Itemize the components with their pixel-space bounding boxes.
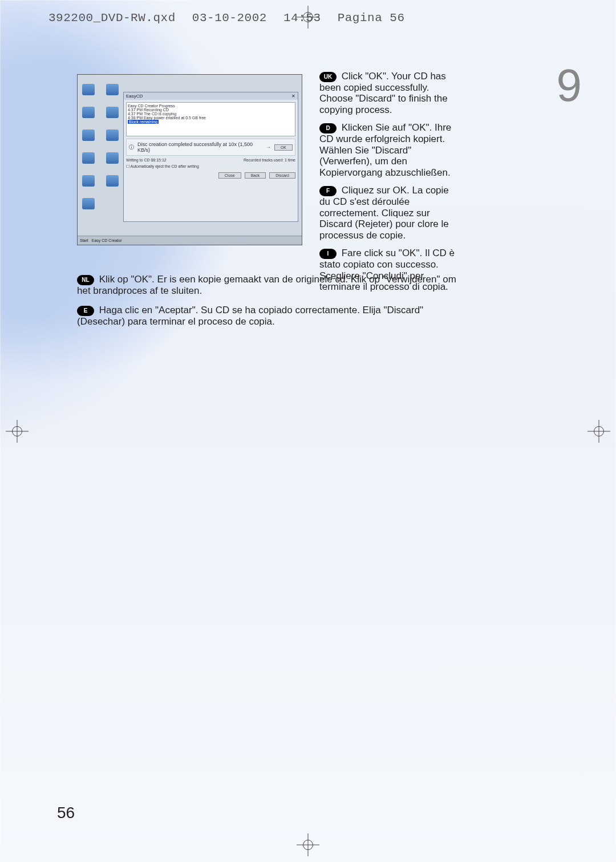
prepress-time: 14:53	[283, 11, 321, 25]
instruction-d-text: Klicken Sie auf "OK". Ihre CD wurde erfo…	[319, 122, 451, 177]
lang-badge-d: D	[319, 123, 337, 133]
step-number: 9	[557, 63, 582, 108]
instruction-f-text: Cliquez sur OK. La copie du CD s'est dér…	[319, 185, 449, 240]
window-titlebar: EasyCD ✕	[124, 92, 298, 100]
instruction-e: E Haga clic en "Aceptar". Su CD se ha co…	[77, 305, 465, 327]
instruction-f: F Cliquez sur OK. La copie du CD s'est d…	[319, 185, 462, 241]
instruction-e-text: Haga clic en "Aceptar". Su CD se ha copi…	[77, 305, 423, 327]
desktop-icon	[80, 144, 97, 165]
desktop-icon	[104, 99, 121, 119]
status-right: Recorded tracks used: 1 time	[244, 158, 295, 162]
desktop-icon	[104, 144, 121, 165]
list-item: Easy CD Creator Progress	[128, 104, 294, 108]
progress-text: Disc creation completed successfully at …	[137, 141, 262, 153]
desktop-icons	[80, 76, 125, 211]
prepress-date: 03-10-2002	[192, 11, 267, 25]
checkbox-icon[interactable]: ☐	[126, 164, 129, 168]
list-item: 4:37 PM Recording CD	[128, 108, 294, 112]
desktop-icon	[104, 76, 121, 96]
desktop-icon	[80, 190, 97, 211]
embedded-screenshot: EasyCD ✕ Easy CD Creator Progress 4:37 P…	[77, 74, 302, 245]
list-item: 4:38 PM Easy power enabled at 0.5 GB fre…	[128, 116, 294, 120]
lang-badge-i: I	[319, 249, 337, 259]
instruction-uk: UK Click "OK". Your CD has been copied s…	[319, 71, 462, 115]
back-button[interactable]: Back	[245, 172, 266, 179]
registration-mark-left	[6, 420, 29, 443]
lang-badge-f: F	[319, 186, 337, 196]
app-window: EasyCD ✕ Easy CD Creator Progress 4:37 P…	[123, 92, 298, 222]
desktop-icon	[80, 167, 97, 188]
desktop-icon	[80, 122, 97, 142]
taskbar-app: Easy CD Creator	[92, 238, 122, 242]
list-item: 4:37 PM The CD is copying	[128, 112, 294, 116]
instruction-uk-text: Click "OK". Your CD has been copied succ…	[319, 71, 448, 115]
prepress-filename: 392200_DVD-RW.qxd	[48, 11, 176, 25]
ok-button[interactable]: OK	[274, 144, 293, 151]
desktop-icon	[104, 167, 121, 188]
discard-button[interactable]: Discard	[269, 172, 295, 179]
prepress-header: 392200_DVD-RW.qxd 03-10-2002 14:53 Pagin…	[48, 11, 414, 25]
info-icon: ⓘ	[129, 144, 134, 151]
lang-badge-e: E	[77, 306, 94, 316]
list-item-selected: Block remaining	[128, 120, 159, 124]
taskbar: Start Easy CD Creator	[78, 236, 302, 245]
status-left: Writing to CD 08:15:12	[126, 158, 167, 162]
lang-badge-uk: UK	[319, 72, 337, 82]
close-button[interactable]: Close	[218, 172, 241, 179]
log-list: Easy CD Creator Progress 4:37 PM Recordi…	[126, 102, 295, 136]
instruction-nl-text: Klik op "OK". Er is een kopie gemaakt va…	[77, 274, 456, 296]
desktop-icon	[80, 99, 97, 119]
registration-mark-bottom	[297, 833, 319, 856]
desktop-icon	[104, 122, 121, 142]
arrow-right-icon: →	[266, 144, 271, 150]
close-icon[interactable]: ✕	[291, 94, 295, 99]
prepress-page: Pagina 56	[338, 11, 405, 25]
instructions-right-column: UK Click "OK". Your CD has been copied s…	[319, 71, 462, 300]
progress-row: ⓘ Disc creation completed successfully a…	[126, 139, 295, 156]
start-button[interactable]: Start	[80, 238, 88, 242]
instruction-d: D Klicken Sie auf "OK". Ihre CD wurde er…	[319, 122, 462, 178]
checkbox-label: Automatically eject the CD after writing	[131, 164, 199, 168]
instructions-bottom: NL Klik op "OK". Er is een kopie gemaakt…	[77, 274, 465, 335]
registration-mark-right	[587, 420, 610, 443]
page-number: 56	[57, 804, 75, 822]
instruction-nl: NL Klik op "OK". Er is een kopie gemaakt…	[77, 274, 465, 297]
window-title: EasyCD	[126, 94, 143, 99]
desktop-icon	[80, 76, 97, 96]
lang-badge-nl: NL	[77, 275, 94, 285]
